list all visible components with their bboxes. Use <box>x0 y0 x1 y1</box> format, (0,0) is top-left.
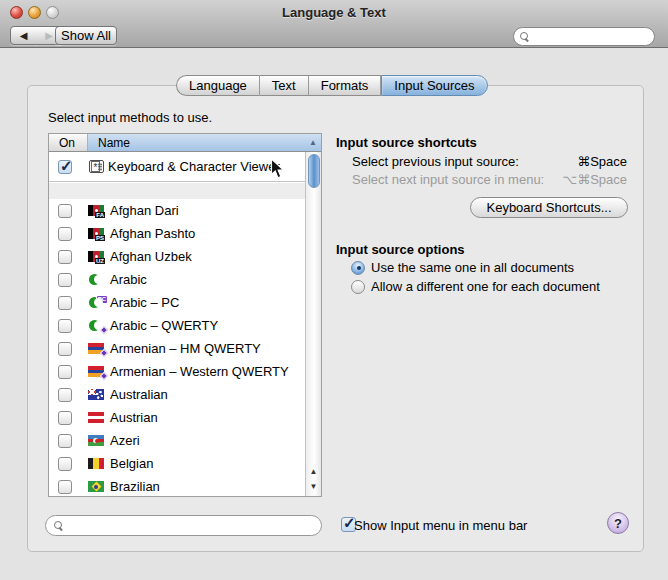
shortcut-row: Select previous input source: ⌘Space <box>352 154 627 169</box>
help-button[interactable]: ? <box>607 512 629 534</box>
search-icon <box>520 32 528 40</box>
keyboard-shortcuts-button[interactable]: Keyboard Shortcuts... <box>470 197 628 218</box>
row-checkbox[interactable] <box>58 388 72 402</box>
input-methods-table: On Name ▲ Keyboard & Character Viewer FA… <box>48 133 322 497</box>
input-method-label: Arabic – QWERTY <box>110 318 218 333</box>
input-method-row[interactable]: Arabic – QWERTY <box>49 314 305 337</box>
input-method-row[interactable]: UZAfghan Uzbek <box>49 245 305 268</box>
forward-arrow-icon: ▶ <box>45 30 53 41</box>
options-heading: Input source options <box>336 242 465 257</box>
row-checkbox[interactable] <box>58 319 72 333</box>
input-method-row[interactable]: Belgian <box>49 452 305 475</box>
flag-badge <box>100 372 108 380</box>
title-bar: Language & Text ◀ ▶ Show All <box>0 0 668 48</box>
language-and-text-window: Language & Text ◀ ▶ Show All LanguageTex… <box>0 0 668 580</box>
scroll-up-icon[interactable]: ▲ <box>306 464 321 479</box>
input-method-label: Afghan Pashto <box>110 226 195 241</box>
crescent-flag-icon <box>88 274 104 285</box>
afghan-flag-icon: PS <box>88 228 104 239</box>
tab-label: Text <box>272 78 296 93</box>
azeri-flag-icon <box>88 435 104 446</box>
shortcut-label: Select previous input source: <box>352 154 519 169</box>
toolbar-search-input[interactable] <box>513 27 655 46</box>
input-method-label: Arabic – PC <box>110 295 179 310</box>
radio-option-different-document[interactable]: Allow a different one for each document <box>351 279 600 294</box>
filter-search-input[interactable] <box>45 515 322 536</box>
scrollbar[interactable]: ▲ ▼ <box>305 152 321 496</box>
show-all-button[interactable]: Show All <box>55 26 117 45</box>
input-method-row[interactable]: Brazilian <box>49 475 305 496</box>
brazilian-flag-icon <box>88 481 104 492</box>
row-checkbox[interactable] <box>58 204 72 218</box>
scroll-down-icon[interactable]: ▼ <box>306 479 321 494</box>
tab-bar: LanguageTextFormatsInput Sources <box>176 75 488 96</box>
input-method-label: Austrian <box>110 410 158 425</box>
input-method-row[interactable]: FAAfghan Dari <box>49 199 305 222</box>
column-header-on[interactable]: On <box>49 134 87 151</box>
crescent-flag-icon <box>88 320 104 331</box>
input-method-row[interactable]: Armenian – Western QWERTY <box>49 360 305 383</box>
row-checkbox[interactable] <box>58 365 72 379</box>
row-checkbox[interactable] <box>58 160 72 174</box>
belgian-flag-icon <box>88 458 104 469</box>
input-method-row[interactable]: Arabic <box>49 268 305 291</box>
tab-input-sources[interactable]: Input Sources <box>381 75 487 96</box>
keyboard-shortcuts-button-label: Keyboard Shortcuts... <box>486 200 611 215</box>
flag-badge: UZ <box>95 258 105 264</box>
armenian-flag-icon <box>88 366 104 377</box>
tab-label: Formats <box>321 78 369 93</box>
input-method-row[interactable]: Azeri <box>49 429 305 452</box>
input-method-label: Azeri <box>110 433 140 448</box>
row-checkbox[interactable] <box>58 296 72 310</box>
scrollbar-thumb[interactable] <box>308 154 320 188</box>
radio-label: Use the same one in all documents <box>371 260 574 275</box>
shortcut-value: ⌥⌘Space <box>562 172 627 187</box>
input-method-row[interactable]: Australian <box>49 383 305 406</box>
shortcut-value: ⌘Space <box>577 154 627 169</box>
radio-button[interactable] <box>351 280 365 294</box>
armenian-flag-icon <box>88 343 104 354</box>
australian-flag-icon <box>88 389 104 400</box>
row-checkbox[interactable] <box>58 434 72 448</box>
input-method-label: Australian <box>110 387 168 402</box>
crescent-flag-icon: PC <box>88 297 104 308</box>
keyboard-character-viewer-icon <box>89 160 104 173</box>
afghan-flag-icon: UZ <box>88 251 104 262</box>
austrian-flag-icon <box>88 412 104 423</box>
tab-formats[interactable]: Formats <box>309 75 382 96</box>
row-checkbox[interactable] <box>58 273 72 287</box>
back-arrow-icon: ◀ <box>20 30 28 41</box>
row-checkbox[interactable] <box>58 342 72 356</box>
radio-label: Allow a different one for each document <box>371 279 600 294</box>
tab-language[interactable]: Language <box>176 75 260 96</box>
radio-button[interactable] <box>351 261 365 275</box>
row-checkbox[interactable] <box>58 227 72 241</box>
flag-badge: FA <box>95 212 105 218</box>
back-button[interactable]: ◀ <box>10 26 37 45</box>
tab-text[interactable]: Text <box>260 75 309 96</box>
input-method-label: Arabic <box>110 272 147 287</box>
table-header: On Name ▲ <box>49 134 321 152</box>
input-method-row[interactable]: PCArabic – PC <box>49 291 305 314</box>
mouse-cursor <box>270 158 285 180</box>
column-header-name-label: Name <box>98 136 130 150</box>
row-checkbox[interactable] <box>58 411 72 425</box>
column-header-name[interactable]: Name ▲ <box>87 134 321 151</box>
input-method-row-keyboard-character-viewer[interactable]: Keyboard & Character Viewer <box>49 152 305 182</box>
flag-badge: PS <box>95 235 105 241</box>
shortcut-label: Select next input source in menu: <box>352 172 544 187</box>
input-method-label: Armenian – Western QWERTY <box>110 364 289 379</box>
row-checkbox[interactable] <box>58 457 72 471</box>
input-method-row[interactable]: Austrian <box>49 406 305 429</box>
show-all-label: Show All <box>61 28 111 43</box>
input-method-row[interactable]: Armenian – HM QWERTY <box>49 337 305 360</box>
row-checkbox[interactable] <box>58 480 72 494</box>
flag-badge <box>100 326 108 334</box>
shortcuts-heading: Input source shortcuts <box>336 135 477 150</box>
input-method-label: Keyboard & Character Viewer <box>108 159 280 174</box>
input-method-row[interactable]: PSAfghan Pashto <box>49 222 305 245</box>
radio-option-same-document[interactable]: Use the same one in all documents <box>351 260 574 275</box>
row-checkbox[interactable] <box>58 250 72 264</box>
tab-label: Input Sources <box>394 78 474 93</box>
input-method-label: Belgian <box>110 456 153 471</box>
